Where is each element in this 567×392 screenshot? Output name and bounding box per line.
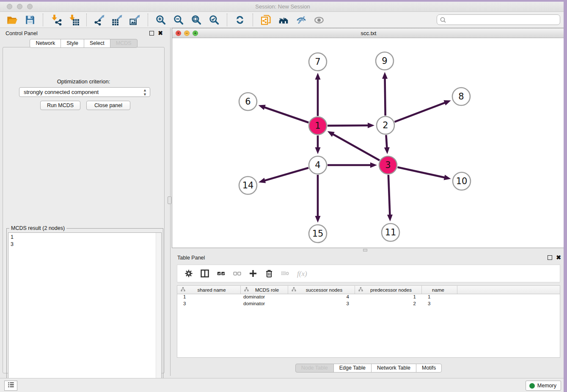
table-cell: 1 [355, 294, 422, 301]
import-table-icon[interactable] [67, 14, 80, 26]
zoom-out-icon[interactable] [172, 14, 185, 26]
node-label: 4 [315, 160, 320, 170]
control-tab-mcds[interactable]: MCDS [110, 39, 138, 48]
column-header-successor-nodes[interactable]: successor nodes [288, 286, 355, 294]
desktop-edge [564, 2, 565, 392]
graph-node-11[interactable]: 11 [382, 224, 399, 241]
node-label: 8 [458, 91, 464, 102]
edge-arrow-2-9 [382, 72, 388, 79]
network-minimize-icon[interactable]: − [184, 30, 190, 36]
result-scrollbar[interactable] [156, 233, 161, 388]
control-panel: Control Panel ✖ NetworkStyleSelectMCDS O… [0, 28, 167, 376]
graph-node-3[interactable]: 3 [379, 156, 397, 174]
network-canvas[interactable]: 7968124314101511 [172, 38, 565, 248]
edge-arrow-4-3 [370, 163, 377, 168]
graph-node-7[interactable]: 7 [309, 53, 327, 71]
memory-status-icon [529, 383, 535, 389]
open-session-icon[interactable] [6, 14, 19, 26]
import-network-icon[interactable] [50, 14, 62, 26]
edge-2-8[interactable] [395, 102, 446, 122]
graph-node-6[interactable]: 6 [239, 93, 257, 110]
save-session-icon[interactable] [24, 14, 36, 26]
table-tab-edge-table[interactable]: Edge Table [333, 364, 372, 373]
table-tab-node-table[interactable]: Node Table [295, 364, 334, 373]
horizontal-splitter-grip[interactable] [363, 249, 367, 251]
float-panel-icon[interactable] [149, 31, 154, 36]
edge-arrow-4-15 [315, 216, 321, 223]
show-column-browser-icon[interactable] [199, 268, 211, 279]
control-tab-network[interactable]: Network [30, 39, 61, 48]
table-panel-header: Table Panel ✖ [172, 252, 565, 263]
run-mcds-button[interactable]: Run MCDS [40, 101, 80, 110]
close-table-panel-icon[interactable]: ✖ [556, 254, 561, 261]
mcds-result-list[interactable]: 13 [8, 232, 162, 388]
table-panel-title: Table Panel [177, 255, 205, 261]
search-input[interactable] [437, 14, 560, 25]
control-panel-tabs: NetworkStyleSelectMCDS [0, 39, 167, 48]
hierarchy-icon [244, 287, 249, 293]
edge-3-1[interactable] [332, 134, 380, 160]
column-header-MCDS-role[interactable]: MCDS role [241, 286, 288, 294]
zoom-fit-icon[interactable] [190, 14, 203, 26]
close-window-button[interactable] [7, 4, 12, 9]
delete-table-icon [279, 268, 291, 279]
graph-node-9[interactable]: 9 [376, 52, 394, 70]
minimize-window-button[interactable] [17, 4, 22, 9]
export-image-icon[interactable] [129, 14, 141, 26]
network-close-icon[interactable]: × [176, 30, 181, 36]
table-row[interactable]: 3dominator323 [177, 301, 560, 308]
graph-node-15[interactable]: 15 [309, 225, 327, 243]
close-panel-icon[interactable]: ✖ [158, 30, 163, 36]
control-tab-select[interactable]: Select [84, 39, 110, 48]
app-window: Session: New Session Control Panel ✖ Net… [0, 2, 565, 392]
edge-arrow-4-14 [259, 178, 266, 183]
graph-node-14[interactable]: 14 [239, 177, 257, 194]
table-tab-network-table[interactable]: Network Table [371, 364, 416, 373]
mcds-result-line: 3 [11, 241, 159, 248]
vertical-splitter-grip[interactable] [168, 196, 171, 204]
table-settings-icon[interactable] [183, 268, 195, 279]
edge-3-10[interactable] [397, 167, 445, 178]
network-maximize-icon[interactable]: + [193, 30, 198, 36]
copy-network-icon[interactable] [259, 14, 272, 26]
table-toolbar: f(x) [177, 265, 560, 282]
export-network-icon[interactable] [93, 14, 106, 26]
edge-1-6[interactable] [264, 107, 308, 123]
refresh-layout-icon[interactable] [234, 14, 246, 26]
delete-columns-icon[interactable] [263, 268, 275, 279]
criterion-dropdown[interactable]: strongly connected component ▲▼ [19, 87, 150, 97]
table-tab-motifs[interactable]: Motifs [416, 364, 442, 373]
unselect-all-columns-icon[interactable] [231, 268, 243, 279]
graph-node-10[interactable]: 10 [453, 172, 471, 190]
control-tab-style[interactable]: Style [61, 39, 84, 48]
zoom-selected-icon[interactable] [208, 14, 220, 26]
select-all-columns-icon[interactable] [215, 268, 227, 279]
graph-node-1[interactable]: 1 [309, 117, 327, 135]
show-hidden-icon[interactable] [313, 14, 325, 26]
memory-button[interactable]: Memory [526, 381, 561, 391]
zoom-in-icon[interactable] [154, 14, 167, 26]
edge-3-11[interactable] [388, 175, 390, 216]
column-header-predecessor-nodes[interactable]: predecessor nodes [355, 286, 422, 294]
table-row[interactable]: 1dominator411 [177, 294, 560, 301]
maximize-window-button[interactable] [27, 4, 33, 9]
column-header-shared-name[interactable]: shared name [177, 286, 241, 294]
graph-node-2[interactable]: 2 [377, 116, 394, 134]
column-header-name[interactable]: name [422, 286, 457, 294]
graph-node-8[interactable]: 8 [452, 88, 470, 105]
close-panel-button[interactable]: Close panel [86, 101, 130, 110]
edge-4-14[interactable] [264, 168, 308, 181]
create-column-icon[interactable] [247, 268, 259, 279]
edge-2-3[interactable] [386, 135, 387, 149]
float-table-panel-icon[interactable] [548, 255, 552, 260]
node-table: shared nameMCDS rolesuccessor nodesprede… [177, 285, 560, 358]
task-history-button[interactable] [4, 381, 17, 391]
edge-1-2[interactable] [328, 125, 369, 126]
edge-2-9[interactable] [385, 77, 385, 116]
export-table-icon[interactable] [111, 14, 124, 26]
graph-node-4[interactable]: 4 [309, 156, 327, 174]
node-label: 7 [315, 57, 320, 67]
column-label: name [422, 287, 457, 293]
hide-selected-icon[interactable] [295, 14, 308, 26]
neighbors-home-icon[interactable] [277, 14, 290, 26]
